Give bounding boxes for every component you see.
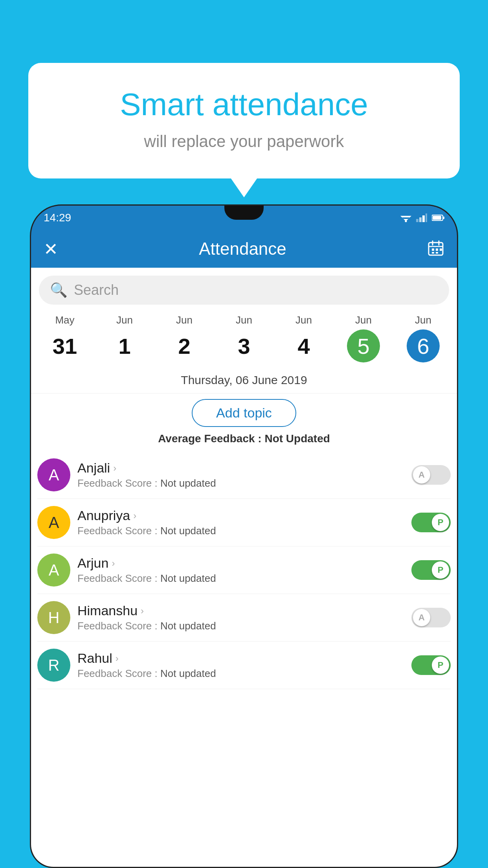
add-topic-button[interactable]: Add topic xyxy=(192,399,296,427)
header-title: Attendance xyxy=(199,239,286,259)
battery-icon xyxy=(432,214,444,221)
student-feedback: Feedback Score : Not updated xyxy=(77,525,404,537)
app-header: ✕ Attendance xyxy=(31,230,457,268)
student-name[interactable]: Anjali › xyxy=(77,460,404,476)
student-item: AArjun ›Feedback Score : Not updatedP xyxy=(37,546,451,594)
date-item[interactable]: Jun2 xyxy=(154,311,214,366)
student-name[interactable]: Himanshu › xyxy=(77,603,404,618)
svg-rect-18 xyxy=(436,252,438,254)
bubble-subtitle: will replace your paperwork xyxy=(52,132,436,151)
student-item: RRahul ›Feedback Score : Not updatedP xyxy=(37,642,451,689)
wifi-icon xyxy=(400,213,411,222)
svg-rect-9 xyxy=(443,217,444,219)
avatar: H xyxy=(37,601,70,634)
student-item: AAnupriya ›Feedback Score : Not updatedP xyxy=(37,499,451,546)
svg-rect-5 xyxy=(419,217,422,222)
avatar: R xyxy=(37,649,70,682)
student-list: AAnjali ›Feedback Score : Not updatedAAA… xyxy=(31,451,457,689)
date-item[interactable]: Jun4 xyxy=(274,311,334,366)
attendance-toggle[interactable]: P xyxy=(411,655,451,675)
student-feedback: Feedback Score : Not updated xyxy=(77,620,404,632)
date-item[interactable]: Jun6 xyxy=(393,311,453,366)
attendance-toggle[interactable]: A xyxy=(411,465,451,485)
student-name[interactable]: Rahul › xyxy=(77,651,404,666)
signal-icon xyxy=(416,213,427,222)
svg-rect-6 xyxy=(422,215,425,222)
svg-rect-10 xyxy=(433,216,441,220)
average-feedback: Average Feedback : Not Updated xyxy=(31,432,457,445)
svg-rect-15 xyxy=(432,248,434,251)
speech-bubble: Smart attendance will replace your paper… xyxy=(28,63,460,178)
student-name[interactable]: Arjun › xyxy=(77,555,404,571)
student-item: HHimanshu ›Feedback Score : Not updatedA xyxy=(37,594,451,642)
svg-rect-7 xyxy=(426,213,427,222)
status-time: 14:29 xyxy=(44,211,71,224)
student-item: AAnjali ›Feedback Score : Not updatedA xyxy=(37,451,451,499)
svg-rect-17 xyxy=(432,252,434,254)
attendance-toggle[interactable]: A xyxy=(411,608,451,627)
close-icon[interactable]: ✕ xyxy=(44,239,58,259)
search-icon: 🔍 xyxy=(50,282,68,298)
student-name[interactable]: Anupriya › xyxy=(77,508,404,523)
avatar: A xyxy=(37,506,70,539)
attendance-toggle[interactable]: P xyxy=(411,513,451,532)
student-feedback: Feedback Score : Not updated xyxy=(77,668,404,680)
calendar-icon[interactable] xyxy=(427,239,444,258)
app-content: 🔍 Search May31Jun1Jun2Jun3Jun4Jun5Jun6 T… xyxy=(31,268,457,867)
bubble-title: Smart attendance xyxy=(52,86,436,123)
student-feedback: Feedback Score : Not updated xyxy=(77,477,404,489)
date-item[interactable]: May31 xyxy=(35,311,95,366)
date-item[interactable]: Jun5 xyxy=(334,311,393,366)
svg-rect-19 xyxy=(440,248,442,251)
avatar: A xyxy=(37,458,70,491)
search-bar[interactable]: 🔍 Search xyxy=(39,276,449,305)
attendance-toggle[interactable]: P xyxy=(411,560,451,580)
phone-notch xyxy=(224,206,264,220)
avatar: A xyxy=(37,554,70,587)
selected-date: Thursday, 06 June 2019 xyxy=(31,369,457,394)
student-feedback: Feedback Score : Not updated xyxy=(77,572,404,585)
date-item[interactable]: Jun3 xyxy=(214,311,274,366)
date-item[interactable]: Jun1 xyxy=(95,311,154,366)
svg-rect-4 xyxy=(416,219,418,222)
phone-frame: 14:29 ✕ At xyxy=(30,204,458,868)
date-selector: May31Jun1Jun2Jun3Jun4Jun5Jun6 xyxy=(31,311,457,366)
search-placeholder: Search xyxy=(74,282,119,298)
svg-rect-16 xyxy=(436,248,438,251)
status-icons xyxy=(400,213,444,222)
